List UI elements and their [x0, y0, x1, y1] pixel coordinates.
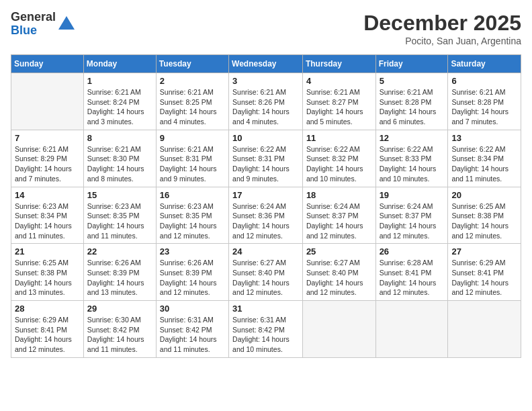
month-title: December 2025 — [363, 11, 521, 36]
logo-icon — [57, 15, 76, 34]
calendar-cell: 2Sunrise: 6:21 AMSunset: 8:25 PMDaylight… — [156, 73, 228, 130]
calendar-header-saturday: Saturday — [448, 55, 521, 73]
calendar-cell: 28Sunrise: 6:29 AMSunset: 8:41 PMDayligh… — [11, 301, 84, 358]
day-info: Sunrise: 6:21 AMSunset: 8:29 PMDaylight:… — [15, 144, 80, 184]
day-info: Sunrise: 6:25 AMSunset: 8:38 PMDaylight:… — [451, 201, 517, 241]
calendar-week-row: 1Sunrise: 6:21 AMSunset: 8:24 PMDaylight… — [11, 73, 521, 130]
calendar-header-monday: Monday — [83, 55, 156, 73]
day-info: Sunrise: 6:30 AMSunset: 8:42 PMDaylight:… — [87, 315, 152, 355]
calendar-header-thursday: Thursday — [302, 55, 375, 73]
calendar-cell: 24Sunrise: 6:27 AMSunset: 8:40 PMDayligh… — [229, 244, 303, 301]
day-info: Sunrise: 6:24 AMSunset: 8:37 PMDaylight:… — [306, 201, 372, 241]
day-info: Sunrise: 6:21 AMSunset: 8:27 PMDaylight:… — [306, 87, 372, 127]
day-info: Sunrise: 6:27 AMSunset: 8:40 PMDaylight:… — [232, 258, 299, 298]
calendar-cell: 26Sunrise: 6:28 AMSunset: 8:41 PMDayligh… — [375, 244, 448, 301]
svg-marker-0 — [58, 16, 75, 30]
day-info: Sunrise: 6:23 AMSunset: 8:34 PMDaylight:… — [15, 201, 80, 241]
day-info: Sunrise: 6:21 AMSunset: 8:24 PMDaylight:… — [87, 87, 152, 127]
calendar-cell: 5Sunrise: 6:21 AMSunset: 8:28 PMDaylight… — [375, 73, 448, 130]
calendar-table: SundayMondayTuesdayWednesdayThursdayFrid… — [11, 54, 521, 358]
day-info: Sunrise: 6:24 AMSunset: 8:36 PMDaylight:… — [232, 201, 299, 241]
day-number: 27 — [451, 246, 517, 257]
title-area: December 2025 Pocito, San Juan, Argentin… — [363, 11, 521, 46]
page-header: General Blue December 2025 Pocito, San J… — [11, 11, 521, 46]
day-number: 15 — [87, 190, 152, 200]
day-info: Sunrise: 6:22 AMSunset: 8:34 PMDaylight:… — [451, 144, 517, 184]
calendar-cell: 3Sunrise: 6:21 AMSunset: 8:26 PMDaylight… — [229, 73, 303, 130]
day-number: 16 — [160, 190, 225, 200]
calendar-cell — [11, 73, 84, 130]
day-number: 13 — [451, 133, 517, 143]
calendar-header-friday: Friday — [375, 55, 448, 73]
day-info: Sunrise: 6:29 AMSunset: 8:41 PMDaylight:… — [451, 258, 517, 298]
calendar-cell: 25Sunrise: 6:27 AMSunset: 8:40 PMDayligh… — [302, 244, 375, 301]
calendar-cell: 9Sunrise: 6:21 AMSunset: 8:31 PMDaylight… — [156, 130, 228, 187]
calendar-cell: 29Sunrise: 6:30 AMSunset: 8:42 PMDayligh… — [83, 301, 156, 358]
calendar-week-row: 21Sunrise: 6:25 AMSunset: 8:38 PMDayligh… — [11, 244, 521, 301]
day-info: Sunrise: 6:27 AMSunset: 8:40 PMDaylight:… — [306, 258, 372, 298]
logo-blue: Blue — [11, 24, 56, 38]
day-info: Sunrise: 6:22 AMSunset: 8:32 PMDaylight:… — [306, 144, 372, 184]
calendar-cell: 10Sunrise: 6:22 AMSunset: 8:31 PMDayligh… — [229, 130, 303, 187]
calendar-header-sunday: Sunday — [11, 55, 84, 73]
day-info: Sunrise: 6:23 AMSunset: 8:35 PMDaylight:… — [87, 201, 152, 241]
day-number: 24 — [232, 246, 299, 257]
calendar-week-row: 14Sunrise: 6:23 AMSunset: 8:34 PMDayligh… — [11, 187, 521, 244]
day-info: Sunrise: 6:31 AMSunset: 8:42 PMDaylight:… — [232, 315, 299, 355]
day-number: 1 — [87, 76, 152, 86]
day-info: Sunrise: 6:21 AMSunset: 8:26 PMDaylight:… — [232, 87, 299, 127]
calendar-header-row: SundayMondayTuesdayWednesdayThursdayFrid… — [11, 55, 521, 73]
location: Pocito, San Juan, Argentina — [363, 36, 521, 46]
day-number: 17 — [232, 190, 299, 200]
calendar-cell: 12Sunrise: 6:22 AMSunset: 8:33 PMDayligh… — [375, 130, 448, 187]
day-number: 29 — [87, 304, 152, 314]
calendar-cell: 30Sunrise: 6:31 AMSunset: 8:42 PMDayligh… — [156, 301, 228, 358]
day-info: Sunrise: 6:31 AMSunset: 8:42 PMDaylight:… — [160, 315, 225, 355]
day-number: 9 — [160, 133, 225, 143]
day-info: Sunrise: 6:25 AMSunset: 8:38 PMDaylight:… — [15, 258, 80, 298]
day-number: 11 — [306, 133, 372, 143]
day-number: 22 — [87, 246, 152, 257]
day-number: 21 — [15, 246, 80, 257]
calendar-cell: 21Sunrise: 6:25 AMSunset: 8:38 PMDayligh… — [11, 244, 84, 301]
day-number: 18 — [306, 190, 372, 200]
calendar-cell: 6Sunrise: 6:21 AMSunset: 8:28 PMDaylight… — [448, 73, 521, 130]
calendar-header-wednesday: Wednesday — [229, 55, 303, 73]
day-info: Sunrise: 6:28 AMSunset: 8:41 PMDaylight:… — [380, 258, 445, 298]
calendar-cell: 15Sunrise: 6:23 AMSunset: 8:35 PMDayligh… — [83, 187, 156, 244]
day-info: Sunrise: 6:22 AMSunset: 8:31 PMDaylight:… — [232, 144, 299, 184]
calendar-cell: 7Sunrise: 6:21 AMSunset: 8:29 PMDaylight… — [11, 130, 84, 187]
day-number: 6 — [451, 76, 517, 86]
day-info: Sunrise: 6:21 AMSunset: 8:30 PMDaylight:… — [87, 144, 152, 184]
day-number: 31 — [232, 304, 299, 314]
day-number: 14 — [15, 190, 80, 200]
calendar-week-row: 28Sunrise: 6:29 AMSunset: 8:41 PMDayligh… — [11, 301, 521, 358]
day-number: 7 — [15, 133, 80, 143]
day-number: 19 — [380, 190, 445, 200]
day-number: 4 — [306, 76, 372, 86]
logo: General Blue — [11, 11, 76, 38]
calendar-cell — [448, 301, 521, 358]
calendar-cell: 4Sunrise: 6:21 AMSunset: 8:27 PMDaylight… — [302, 73, 375, 130]
calendar-cell: 19Sunrise: 6:24 AMSunset: 8:37 PMDayligh… — [375, 187, 448, 244]
calendar-cell: 31Sunrise: 6:31 AMSunset: 8:42 PMDayligh… — [229, 301, 303, 358]
day-number: 2 — [160, 76, 225, 86]
day-info: Sunrise: 6:26 AMSunset: 8:39 PMDaylight:… — [160, 258, 225, 298]
calendar-cell: 22Sunrise: 6:26 AMSunset: 8:39 PMDayligh… — [83, 244, 156, 301]
calendar-cell: 14Sunrise: 6:23 AMSunset: 8:34 PMDayligh… — [11, 187, 84, 244]
day-number: 30 — [160, 304, 225, 314]
day-number: 20 — [451, 190, 517, 200]
calendar-cell: 8Sunrise: 6:21 AMSunset: 8:30 PMDaylight… — [83, 130, 156, 187]
day-info: Sunrise: 6:21 AMSunset: 8:25 PMDaylight:… — [160, 87, 225, 127]
day-number: 10 — [232, 133, 299, 143]
calendar-cell — [302, 301, 375, 358]
calendar-cell: 27Sunrise: 6:29 AMSunset: 8:41 PMDayligh… — [448, 244, 521, 301]
day-number: 12 — [380, 133, 445, 143]
day-number: 28 — [15, 304, 80, 314]
day-info: Sunrise: 6:22 AMSunset: 8:33 PMDaylight:… — [380, 144, 445, 184]
day-info: Sunrise: 6:23 AMSunset: 8:35 PMDaylight:… — [160, 201, 225, 241]
calendar-cell — [375, 301, 448, 358]
day-number: 25 — [306, 246, 372, 257]
day-number: 5 — [380, 76, 445, 86]
logo-general: General — [11, 11, 56, 24]
